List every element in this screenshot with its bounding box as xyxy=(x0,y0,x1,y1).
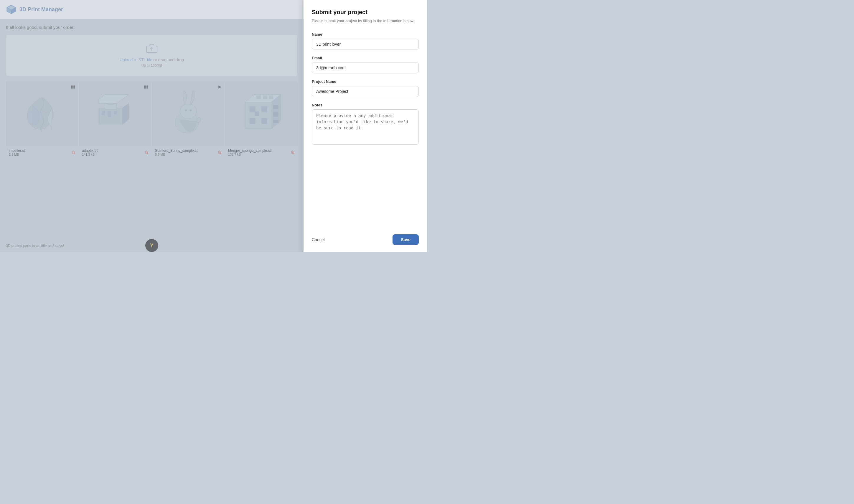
save-button[interactable]: Save xyxy=(393,234,419,245)
svg-rect-22 xyxy=(256,95,261,99)
app-title: 3D Print Manager xyxy=(19,6,63,13)
cancel-button[interactable]: Cancel xyxy=(312,234,325,245)
delete-icon-4[interactable]: 🗑 xyxy=(291,150,295,155)
model-name-3: Stanford_Bunny_sample.stl xyxy=(155,148,198,153)
svg-rect-9 xyxy=(102,111,105,115)
email-label: Email xyxy=(312,56,419,60)
footer-text: 3D printed parts in as little as 3 days! xyxy=(6,244,64,248)
pause-icon-1[interactable]: ▮▮ xyxy=(71,84,75,89)
model-info-3: Stanford_Bunny_sample.stl 5.6 MB 🗑 xyxy=(152,146,224,159)
page-subtitle: If all looks good, submit your order! xyxy=(6,25,298,30)
notes-field-group: Notes xyxy=(312,103,419,146)
form-subtitle: Please submit your project by filling in… xyxy=(312,18,419,24)
upload-link[interactable]: Upload a .STL file xyxy=(120,57,152,62)
user-avatar[interactable]: Y xyxy=(145,239,158,252)
model-name-2: adapter.stl xyxy=(82,148,98,153)
svg-point-14 xyxy=(185,109,187,111)
model-preview-1: ▮▮ xyxy=(6,82,78,146)
model-info-1: impeller.stl 2.3 MB 🗑 xyxy=(6,146,78,159)
upload-zone[interactable]: Upload a .STL file or drag and drop Up t… xyxy=(6,35,298,77)
project-name-input[interactable] xyxy=(312,86,419,97)
form-title: Submit your project xyxy=(312,9,419,16)
model-size-4: 105.7 kB xyxy=(228,153,271,156)
email-field-group: Email xyxy=(312,56,419,73)
left-panel: 3D Print Manager If all looks good, subm… xyxy=(0,0,304,252)
model-card-4: Menger_sponge_sample.stl 105.7 kB 🗑 xyxy=(225,82,298,159)
name-field-group: Name xyxy=(312,32,419,50)
app-header: 3D Print Manager xyxy=(0,0,304,19)
delete-icon-2[interactable]: 🗑 xyxy=(144,150,148,155)
delete-icon-3[interactable]: 🗑 xyxy=(217,150,222,155)
model-preview-4 xyxy=(225,82,298,146)
upload-text: Upload a .STL file or drag and drop xyxy=(120,57,184,62)
model-size-1: 2.3 MB xyxy=(9,153,26,156)
notes-textarea[interactable] xyxy=(312,109,419,145)
model-name-1: impeller.stl xyxy=(9,148,26,153)
model-name-4: Menger_sponge_sample.stl xyxy=(228,148,271,153)
project-name-field-group: Project Name xyxy=(312,79,419,97)
model-card-3: ▶ xyxy=(152,82,224,159)
model-card: ▮▮ impeller.stl 2.3 MB 🗑 xyxy=(6,82,78,159)
form-actions: Cancel Save xyxy=(312,234,419,245)
delete-icon-1[interactable]: 🗑 xyxy=(71,150,75,155)
svg-rect-11 xyxy=(114,111,117,114)
upload-icon xyxy=(146,43,158,55)
name-label: Name xyxy=(312,32,419,37)
model-preview-3: ▶ xyxy=(152,82,224,146)
svg-rect-20 xyxy=(261,118,267,124)
email-input[interactable] xyxy=(312,62,419,73)
main-area: If all looks good, submit your order! Up… xyxy=(0,19,304,164)
model-card-2: ▮▮ xyxy=(79,82,151,159)
name-input[interactable] xyxy=(312,39,419,50)
svg-point-15 xyxy=(190,109,192,111)
model-size-2: 141.3 kB xyxy=(82,153,98,156)
svg-rect-24 xyxy=(269,95,273,99)
submit-form-panel: Submit your project Please submit your p… xyxy=(304,0,427,252)
svg-rect-18 xyxy=(261,106,267,112)
play-icon-3[interactable]: ▶ xyxy=(218,84,222,89)
svg-rect-19 xyxy=(250,118,255,124)
model-grid: ▮▮ impeller.stl 2.3 MB 🗑 xyxy=(6,82,298,159)
model-preview-2: ▮▮ xyxy=(79,82,151,146)
pause-icon-2[interactable]: ▮▮ xyxy=(144,84,148,89)
project-name-label: Project Name xyxy=(312,79,419,84)
svg-point-13 xyxy=(180,104,197,119)
svg-rect-21 xyxy=(255,111,259,116)
model-size-3: 5.6 MB xyxy=(155,153,198,156)
app-logo-icon xyxy=(6,4,17,15)
model-info-2: adapter.stl 141.3 kB 🗑 xyxy=(79,146,151,159)
svg-rect-25 xyxy=(273,105,278,109)
model-info-4: Menger_sponge_sample.stl 105.7 kB 🗑 xyxy=(225,146,298,159)
svg-rect-23 xyxy=(263,95,267,99)
svg-rect-27 xyxy=(273,120,278,123)
svg-rect-10 xyxy=(108,111,111,117)
svg-rect-26 xyxy=(273,112,278,117)
upload-size: Up to 100MB xyxy=(142,64,162,68)
notes-label: Notes xyxy=(312,103,419,107)
